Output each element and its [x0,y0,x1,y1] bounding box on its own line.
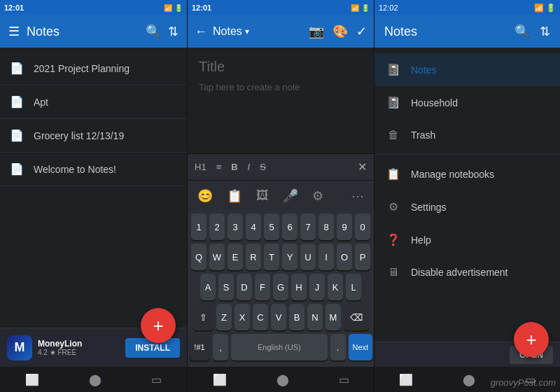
key-t[interactable]: T [264,244,279,270]
key-8[interactable]: 8 [318,214,334,240]
key-m[interactable]: M [326,304,341,330]
settings-menu-icon: ⚙ [386,200,401,214]
settings-icon[interactable]: ⚙ [312,188,323,204]
note-item-1[interactable]: 📄 Apt [0,85,187,119]
more-icon[interactable]: ⋯ [351,188,364,204]
key-row-qwerty: Q W E R T Y U I O P [189,244,372,270]
nav-home-icon-3[interactable]: ⬤ [463,373,475,386]
key-k[interactable]: K [328,274,343,300]
key-o[interactable]: O [337,244,352,270]
note-item-0[interactable]: 📄 2021 Project Planning [0,52,187,85]
note-icon-3: 📄 [10,162,24,176]
key-e[interactable]: E [227,244,243,270]
key-l[interactable]: L [346,274,361,300]
key-q[interactable]: Q [191,244,206,270]
status-bar-1: 12:01 📶 🔋 [0,0,187,15]
key-r[interactable]: R [246,244,261,270]
keyboard: 1 2 3 4 5 6 7 8 9 0 Q W E R T Y U I O P … [188,211,374,367]
menu-item-household[interactable]: 📓 Household [374,86,560,119]
camera-icon[interactable]: 📷 [309,24,324,39]
menu-item-manage[interactable]: 📋 Manage notebooks [374,158,560,190]
format-toolbar: H1 ≡ B I S ✕ [188,153,374,180]
drawer-sort-icon[interactable]: ⇅ [540,24,550,39]
nav-back-icon-2[interactable]: ⬜ [213,373,227,386]
close-format-btn[interactable]: ✕ [358,160,367,174]
strikethrough-btn[interactable]: S [260,162,266,172]
key-f[interactable]: F [255,274,270,300]
italic-btn[interactable]: I [248,162,251,172]
key-y[interactable]: Y [282,244,298,270]
note-title-1: Apt [34,97,48,108]
list-btn[interactable]: ≡ [216,162,222,172]
key-shift[interactable]: ⇧ [192,304,214,330]
back-arrow-icon[interactable]: ← [195,24,207,39]
menu-item-disable-ad[interactable]: 🖥 Disable advertisement [374,256,560,288]
emoji-icon[interactable]: 😊 [197,188,213,204]
key-4[interactable]: 4 [246,214,261,240]
bold-btn[interactable]: B [231,162,237,172]
fab-button-1[interactable]: + [141,308,176,343]
key-b[interactable]: B [289,304,304,330]
checkmark-icon[interactable]: ✓ [356,24,367,39]
title-field[interactable]: Title [199,59,363,75]
menu-item-trash[interactable]: 🗑 Trash [374,119,560,151]
image-icon[interactable]: 🖼 [256,188,269,203]
note-body-placeholder[interactable]: Tap here to create a note [199,82,363,92]
key-3[interactable]: 3 [227,214,243,240]
key-comma[interactable]: , [213,334,228,360]
heading-btn[interactable]: H1 [195,162,206,172]
menu-item-settings[interactable]: ⚙ Settings [374,190,560,223]
key-j[interactable]: J [309,274,325,300]
key-g[interactable]: G [273,274,288,300]
key-0[interactable]: 0 [355,214,370,240]
nav-back-icon[interactable]: ⬜ [25,373,39,386]
key-special[interactable]: !#1 [189,334,210,360]
key-w[interactable]: W [209,244,225,270]
key-c[interactable]: C [253,304,268,330]
sort-icon[interactable]: ⇅ [168,24,178,39]
key-6[interactable]: 6 [282,214,298,240]
key-x[interactable]: X [234,304,250,330]
nav-recent-icon-2[interactable]: ▭ [339,373,349,386]
palette-icon[interactable]: 🎨 [332,24,348,39]
note-item-2[interactable]: 📄 Grocery list 12/13/19 [0,119,187,153]
note-item-3[interactable]: 📄 Welcome to Notes! [0,153,187,186]
key-u[interactable]: U [300,244,316,270]
menu-item-help[interactable]: ❓ Help [374,223,560,256]
nav-back-icon-3[interactable]: ⬜ [399,373,413,386]
nav-recent-icon[interactable]: ▭ [151,373,162,386]
watermark: groovyPost.com [491,377,556,388]
key-7[interactable]: 7 [300,214,316,240]
key-a[interactable]: A [200,274,216,300]
key-2[interactable]: 2 [209,214,225,240]
status-time-2: 12:01 [192,4,211,12]
key-n[interactable]: N [307,304,323,330]
drawer-search-icon[interactable]: 🔍 [514,24,530,39]
key-z[interactable]: Z [216,304,232,330]
key-v[interactable]: V [271,304,286,330]
hamburger-icon[interactable]: ☰ [8,24,20,39]
key-s[interactable]: S [218,274,234,300]
status-time-3: 12:02 [379,4,398,12]
key-h[interactable]: H [291,274,307,300]
notes-list: 📄 2021 Project Planning 📄 Apt 📄 Grocery … [0,48,187,328]
key-period[interactable]: . [330,334,346,360]
key-backspace[interactable]: ⌫ [344,304,369,330]
key-5[interactable]: 5 [264,214,279,240]
fab-button-3[interactable]: + [514,322,549,357]
mic-icon[interactable]: 🎤 [283,188,298,204]
key-i[interactable]: I [318,244,334,270]
menu-item-notes[interactable]: 📓 Notes [374,53,560,86]
disable-ad-menu-icon: 🖥 [386,266,401,279]
nav-home-icon-2[interactable]: ⬤ [276,373,289,386]
key-p[interactable]: P [355,244,370,270]
key-space[interactable]: English (US) [231,334,328,360]
search-icon[interactable]: 🔍 [146,24,161,39]
key-9[interactable]: 9 [337,214,352,240]
dropdown-arrow-icon[interactable]: ▾ [245,27,249,36]
nav-home-icon[interactable]: ⬤ [89,373,102,386]
key-d[interactable]: D [237,274,252,300]
clipboard-icon[interactable]: 📋 [227,188,242,204]
key-1[interactable]: 1 [191,214,206,240]
key-next[interactable]: Next [349,334,372,360]
